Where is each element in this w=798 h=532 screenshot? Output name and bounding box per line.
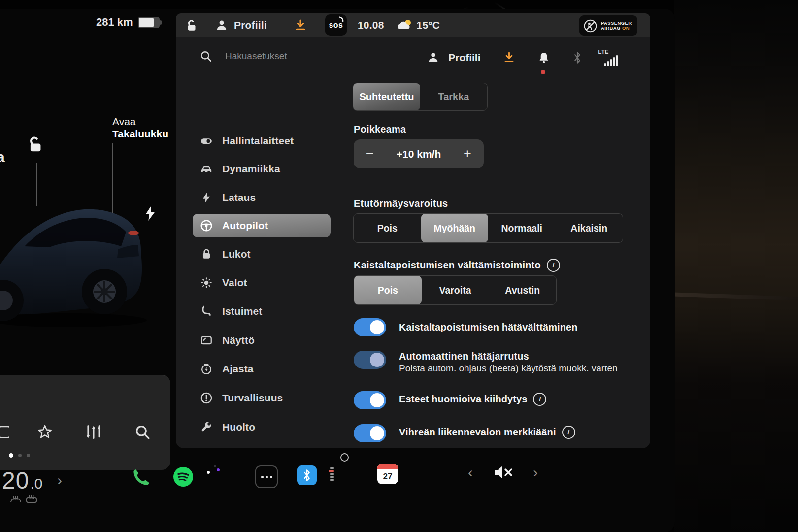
ldw-option-varoita[interactable]: Varoita (422, 276, 489, 304)
ldw-segmented-control: Pois Varoita Avustin (354, 275, 557, 305)
temp-integer[interactable]: 20 (2, 467, 29, 494)
page-dot (18, 454, 22, 457)
panel-header-actions: Profiili LTE (427, 49, 618, 66)
tesla-infotainment-screen: 281 km Avaa Takaluukku a (0, 0, 798, 532)
sidebar-label: Lukot (222, 248, 251, 260)
toggle-lane-emergency-avoidance[interactable] (354, 318, 386, 336)
sidebar-item-naytto[interactable]: Näyttö (193, 329, 331, 352)
wrench-icon (200, 421, 213, 433)
toggle-green-light-chime[interactable] (354, 424, 386, 442)
fcw-option-normaali[interactable]: Normaali (488, 214, 556, 242)
more-apps-button[interactable] (255, 466, 278, 488)
bluetooth-app-icon[interactable] (297, 466, 317, 485)
search-shortcut-icon[interactable] (134, 424, 151, 440)
section-divider (353, 183, 623, 183)
clock: 10.08 (358, 19, 384, 31)
airbag-line2: AIRBAG (601, 25, 621, 31)
trunk-target[interactable]: Takaluukku (112, 128, 168, 140)
trunk-action[interactable]: Avaa (112, 115, 168, 128)
spotify-app-icon[interactable] (172, 466, 194, 488)
front-defrost-icon[interactable] (10, 493, 22, 503)
sidebar-item-ajasta[interactable]: Ajasta (193, 357, 331, 381)
sidebar-label: Turvallisuus (222, 392, 283, 404)
sidebar-item-autopilot[interactable]: Autopilot (193, 214, 331, 237)
ldw-option-avustin[interactable]: Avustin (489, 276, 556, 304)
ldw-info-icon[interactable]: i (547, 259, 560, 272)
fcw-option-aikaisin[interactable]: Aikaisin (556, 214, 623, 242)
climate-expand-chevron[interactable]: › (57, 472, 62, 489)
sidebar-item-lataus[interactable]: Lataus (193, 186, 331, 209)
weather-icon (396, 18, 413, 33)
page-dot-active (9, 453, 13, 458)
green-light-info-icon[interactable]: i (562, 426, 575, 439)
display-icon (200, 334, 213, 347)
obstacle-info-icon[interactable]: i (533, 393, 546, 406)
profile-label[interactable]: Profiili (234, 19, 267, 31)
car-interior-background (674, 0, 798, 532)
phone-app-icon[interactable] (131, 467, 152, 488)
range-row: 281 km (96, 16, 160, 29)
settings-search[interactable]: Hakuasetukset (200, 50, 287, 63)
ldw-title-row: Kaistaltapoistumisen välttämistoiminto i (354, 259, 560, 272)
bolt-icon (200, 191, 213, 204)
bluetooth-icon[interactable] (572, 51, 583, 64)
climate-temperature[interactable]: 20 .0 (2, 467, 42, 494)
sidebar-label: Autopilot (222, 220, 268, 232)
lock-icon (200, 248, 213, 261)
clipped-app-icon[interactable] (0, 425, 9, 439)
status-bar: Profiili sos 10.08 15°C PASSENGER AIRBAG… (176, 13, 650, 37)
tab-suhteutettu[interactable]: Suhteutettu (353, 83, 420, 110)
brightness-icon (200, 276, 213, 289)
equalizer-sliders-icon[interactable] (85, 424, 102, 440)
page-dots[interactable] (9, 453, 30, 458)
sidebar-item-dynamiikka[interactable]: Dynamiikka (193, 157, 331, 181)
search-icon (200, 50, 212, 63)
fcw-option-myohaan[interactable]: Myöhään (421, 214, 489, 242)
signal-bars-icon (604, 55, 618, 66)
rear-defrost-icon[interactable] (26, 493, 37, 503)
sidebar-item-ohjelmisto[interactable]: Ohjelmisto (193, 444, 331, 448)
sidebar-item-lukot[interactable]: Lukot (193, 242, 331, 266)
toggle-label: Vihreän liikennevalon merkkiääni (399, 427, 556, 438)
mute-speaker-icon[interactable] (493, 464, 513, 481)
unlock-icon[interactable] (25, 135, 43, 154)
temp-decimal[interactable]: .0 (30, 475, 42, 492)
battery-icon (138, 17, 160, 28)
ldw-option-pois[interactable]: Pois (354, 276, 422, 304)
software-download-icon[interactable] (294, 18, 307, 32)
profile-label[interactable]: Profiili (448, 52, 480, 64)
car-unlocked-icon[interactable] (184, 19, 198, 32)
media-prev-chevron[interactable]: ‹ (468, 464, 473, 481)
airbag-icon (583, 19, 598, 33)
sidebar-label: Huolto (222, 421, 255, 433)
toggle-label: Esteet huomioiva kiihdytys (399, 394, 527, 405)
sos-button[interactable]: sos (325, 14, 347, 36)
offset-decrease-button[interactable]: − (354, 146, 386, 162)
sidebar-label: Dynamiikka (222, 163, 280, 175)
sidebar-item-hallintalaitteet[interactable]: Hallintalaitteet (193, 129, 331, 153)
software-download-icon[interactable] (502, 51, 516, 64)
notifications-bell-icon[interactable] (537, 51, 550, 64)
fcw-option-pois[interactable]: Pois (354, 214, 421, 242)
sidebar-item-valot[interactable]: Valot (193, 271, 331, 295)
calendar-day: 27 (377, 469, 398, 484)
sidebar-item-turvallisuus[interactable]: Turvallisuus (193, 386, 331, 410)
sidebar-item-huolto[interactable]: Huolto (193, 415, 331, 439)
profile-icon[interactable] (427, 51, 439, 64)
calendar-app-icon[interactable]: 27 (377, 464, 398, 484)
profile-icon[interactable] (215, 19, 228, 32)
toggle-label: Automaattinen hätäjarrutus (399, 351, 529, 362)
favorites-star-icon[interactable] (36, 424, 53, 440)
toggle-obstacle-aware-acceleration[interactable] (354, 391, 386, 409)
sidebar-item-istuimet[interactable]: Istuimet (193, 299, 331, 323)
trunk-label[interactable]: Avaa Takaluukku (112, 115, 168, 140)
sidebar-label: Valot (222, 277, 247, 289)
tab-tarkka[interactable]: Tarkka (420, 83, 487, 110)
media-next-chevron[interactable]: › (533, 464, 538, 481)
toggle-automatic-emergency-braking[interactable] (354, 351, 386, 369)
offset-value: +10 km/h (386, 148, 451, 160)
toggle-subtitle: Poista autom. ohjaus (beeta) käytöstä mu… (399, 363, 618, 374)
offset-increase-button[interactable]: + (451, 146, 484, 162)
search-placeholder: Hakuasetukset (225, 51, 287, 62)
settings-panel: Hakuasetukset Profiili LTE (176, 37, 650, 448)
